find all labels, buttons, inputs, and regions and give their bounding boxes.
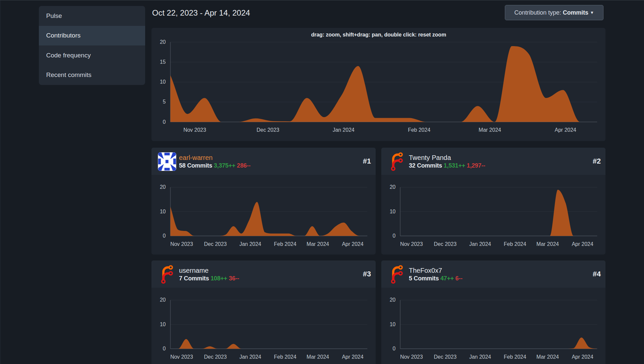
- svg-text:drag: zoom, shift+drag: pan, d: drag: zoom, shift+drag: pan, double clic…: [311, 32, 446, 37]
- svg-text:Nov 2023: Nov 2023: [183, 127, 206, 133]
- svg-text:Apr 2024: Apr 2024: [572, 354, 593, 360]
- svg-text:Feb 2024: Feb 2024: [274, 354, 297, 360]
- svg-text:Feb 2024: Feb 2024: [408, 127, 430, 133]
- svg-text:0: 0: [393, 346, 396, 351]
- svg-text:Mar 2024: Mar 2024: [536, 354, 559, 360]
- svg-text:0: 0: [163, 233, 166, 239]
- svg-text:10: 10: [160, 322, 166, 327]
- svg-text:0: 0: [163, 119, 166, 125]
- svg-text:Dec 2023: Dec 2023: [434, 241, 457, 247]
- svg-text:Jan 2024: Jan 2024: [239, 354, 261, 360]
- svg-text:Dec 2023: Dec 2023: [434, 354, 457, 360]
- svg-text:10: 10: [390, 209, 396, 214]
- svg-text:Dec 2023: Dec 2023: [204, 354, 227, 360]
- svg-text:Feb 2024: Feb 2024: [504, 354, 526, 360]
- svg-text:Apr 2024: Apr 2024: [342, 354, 363, 360]
- svg-text:Nov 2023: Nov 2023: [170, 354, 193, 360]
- svg-text:20: 20: [390, 297, 396, 303]
- svg-text:10: 10: [160, 79, 166, 85]
- svg-text:20: 20: [160, 184, 166, 190]
- svg-text:Jan 2024: Jan 2024: [469, 241, 491, 247]
- svg-text:20: 20: [160, 297, 166, 303]
- svg-text:Jan 2024: Jan 2024: [332, 127, 354, 133]
- svg-text:Nov 2023: Nov 2023: [170, 241, 193, 247]
- svg-text:0: 0: [393, 233, 396, 239]
- svg-text:5: 5: [163, 99, 166, 105]
- svg-text:Apr 2024: Apr 2024: [555, 127, 576, 133]
- svg-text:Jan 2024: Jan 2024: [239, 241, 261, 247]
- svg-text:Apr 2024: Apr 2024: [572, 241, 593, 247]
- svg-text:Nov 2023: Nov 2023: [400, 241, 423, 247]
- svg-text:Dec 2023: Dec 2023: [256, 127, 279, 133]
- svg-text:Feb 2024: Feb 2024: [504, 241, 526, 247]
- svg-text:Mar 2024: Mar 2024: [536, 241, 559, 247]
- svg-text:10: 10: [390, 322, 396, 327]
- svg-text:20: 20: [390, 184, 396, 190]
- svg-text:Dec 2023: Dec 2023: [204, 241, 227, 247]
- svg-text:Mar 2024: Mar 2024: [307, 241, 329, 247]
- svg-text:20: 20: [160, 39, 166, 45]
- svg-text:Apr 2024: Apr 2024: [342, 241, 363, 247]
- svg-text:Mar 2024: Mar 2024: [479, 127, 501, 133]
- svg-text:0: 0: [163, 346, 166, 351]
- svg-text:Nov 2023: Nov 2023: [400, 354, 423, 360]
- svg-text:Jan 2024: Jan 2024: [469, 354, 491, 360]
- svg-text:10: 10: [160, 209, 166, 214]
- svg-text:15: 15: [160, 59, 166, 65]
- svg-text:Feb 2024: Feb 2024: [274, 241, 297, 247]
- svg-text:Mar 2024: Mar 2024: [307, 354, 329, 360]
